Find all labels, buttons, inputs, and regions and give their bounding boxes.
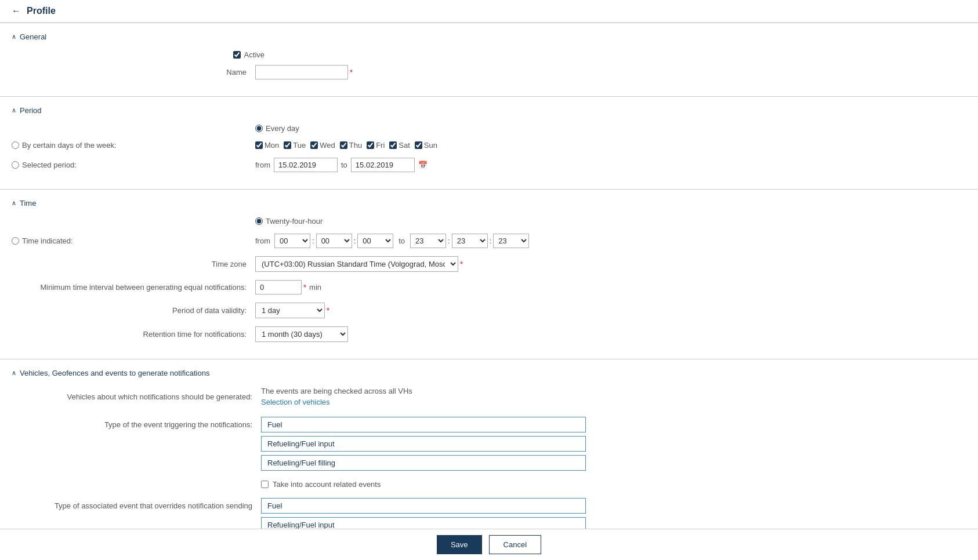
bottom-bar: Save Cancel xyxy=(0,529,978,560)
vhs-info: The events are being checked across all … xyxy=(261,387,412,406)
selected-period-radio[interactable] xyxy=(12,161,19,169)
data-validity-label: Period of data validity: xyxy=(12,306,255,315)
vehicles-about-label: Vehicles about which notifications shoul… xyxy=(12,392,261,401)
related-events-text: Take into account related events xyxy=(273,480,381,489)
period-section-header[interactable]: ∧ Period xyxy=(0,103,978,118)
vehicles-section-label: Vehicles, Geofences and events to genera… xyxy=(20,369,209,377)
save-button[interactable]: Save xyxy=(437,535,482,554)
by-certain-days-radio-label[interactable]: By certain days of the week: xyxy=(12,141,247,150)
time-chevron-icon: ∧ xyxy=(12,199,16,207)
vehicles-about-row: Vehicles about which notifications shoul… xyxy=(0,384,978,409)
day-sat[interactable]: Sat xyxy=(389,141,410,150)
active-checkbox[interactable] xyxy=(233,51,241,59)
time-indicated-radio-label[interactable]: Time indicated: xyxy=(12,237,247,245)
data-validity-select[interactable]: 1 day 2 days 3 days 7 days xyxy=(255,303,325,318)
associated-tag-fuel: Fuel xyxy=(261,498,586,514)
vehicles-section-header[interactable]: ∧ Vehicles, Geofences and events to gene… xyxy=(0,365,978,381)
time-section-header[interactable]: ∧ Time xyxy=(0,195,978,211)
active-row: Active xyxy=(0,48,978,62)
general-section-header[interactable]: ∧ General xyxy=(0,29,978,45)
period-section-content: Every day By certain days of the week: M… xyxy=(0,118,978,180)
time-section: ∧ Time Twenty-four-hour Time indicated: … xyxy=(0,189,978,359)
name-row: Name * xyxy=(0,62,978,82)
time-section-label: Time xyxy=(20,199,36,208)
time-section-content: Twenty-four-hour Time indicated: from 00… xyxy=(0,211,978,350)
related-events-row: Take into account related events xyxy=(0,477,978,492)
min-interval-row: Minimum time interval between generating… xyxy=(0,277,978,297)
event-tag-fuel-input: Refueling/Fuel input xyxy=(261,436,586,452)
selected-period-radio-label[interactable]: Selected period: xyxy=(12,161,247,169)
by-certain-days-row: By certain days of the week: Mon Tue Wed… xyxy=(0,138,978,152)
to-date-input[interactable] xyxy=(351,158,415,172)
from-hour-select[interactable]: 000106121823 xyxy=(274,234,310,248)
from-min-select[interactable]: 00153045 xyxy=(316,234,352,248)
event-tag-fuel: Fuel xyxy=(261,417,586,432)
to-min-select[interactable]: 2300153045 xyxy=(452,234,488,248)
calendar-icon[interactable]: 📅 xyxy=(418,161,428,169)
page-title: Profile xyxy=(27,6,56,16)
every-day-row: Every day xyxy=(0,121,978,136)
time-indicated-row: Time indicated: from 000106121823 : 0015… xyxy=(0,231,978,251)
data-validity-row: Period of data validity: 1 day 2 days 3 … xyxy=(0,300,978,321)
day-sun[interactable]: Sun xyxy=(415,141,437,150)
active-label[interactable]: Active xyxy=(233,50,265,59)
min-interval-label: Minimum time interval between generating… xyxy=(12,283,255,292)
selection-link[interactable]: Selection of vehicles xyxy=(261,398,330,406)
timezone-label: Time zone xyxy=(12,260,255,268)
retention-row: Retention time for notifications: 1 mont… xyxy=(0,323,978,345)
day-mon[interactable]: Mon xyxy=(255,141,279,150)
by-certain-days-radio[interactable] xyxy=(12,141,19,149)
event-type-row: Type of the event triggering the notific… xyxy=(0,414,978,474)
selected-period-row: Selected period: from to 📅 xyxy=(0,155,978,175)
time-from-group: from 000106121823 : 00153045 : 0030 to 2… xyxy=(255,234,529,248)
name-required-star: * xyxy=(350,68,353,77)
every-day-radio[interactable] xyxy=(255,125,263,132)
general-section-label: General xyxy=(20,32,46,41)
timezone-row: Time zone (UTC+03:00) Russian Standard T… xyxy=(0,253,978,275)
twenty-four-radio[interactable] xyxy=(255,217,263,225)
retention-label: Retention time for notifications: xyxy=(12,330,255,339)
event-type-label: Type of the event triggering the notific… xyxy=(12,417,261,429)
associated-event-label: Type of associated event that overrides … xyxy=(12,498,261,510)
timezone-required-star: * xyxy=(460,260,463,268)
period-section-label: Period xyxy=(20,106,42,115)
day-tue[interactable]: Tue xyxy=(284,141,306,150)
day-fri[interactable]: Fri xyxy=(367,141,385,150)
from-date-input[interactable] xyxy=(274,158,338,172)
time-indicated-radio[interactable] xyxy=(12,237,19,245)
related-events-label[interactable]: Take into account related events xyxy=(261,480,381,489)
name-input[interactable] xyxy=(255,65,348,79)
min-interval-required-star: * xyxy=(303,283,306,292)
page-header: ← Profile xyxy=(0,0,978,23)
vehicles-chevron-icon: ∧ xyxy=(12,369,16,377)
to-hour-select[interactable]: 2300061218 xyxy=(410,234,446,248)
every-day-radio-label[interactable]: Every day xyxy=(255,124,299,133)
general-section: ∧ General Active Name * xyxy=(0,23,978,96)
min-interval-input[interactable] xyxy=(255,280,302,294)
period-chevron-icon: ∧ xyxy=(12,107,16,114)
data-validity-required-star: * xyxy=(327,306,329,315)
day-thu[interactable]: Thu xyxy=(340,141,362,150)
vhs-note: The events are being checked across all … xyxy=(261,387,412,395)
days-checkboxes: Mon Tue Wed Thu Fri Sat Sun xyxy=(255,141,437,150)
twenty-four-row: Twenty-four-hour xyxy=(0,214,978,228)
event-tag-fuel-filling: Refueling/Fuel filling xyxy=(261,455,586,471)
cancel-button[interactable]: Cancel xyxy=(489,535,541,554)
event-tags-container: Fuel Refueling/Fuel input Refueling/Fuel… xyxy=(261,417,966,471)
general-section-content: Active Name * xyxy=(0,45,978,88)
period-date-row: from to 📅 xyxy=(255,158,428,172)
retention-select[interactable]: 1 month (30 days) 3 months 6 months 1 ye… xyxy=(255,326,348,342)
general-chevron-icon: ∧ xyxy=(12,33,16,41)
min-unit-label: min xyxy=(309,283,321,292)
twenty-four-radio-label[interactable]: Twenty-four-hour xyxy=(255,217,323,226)
to-sec-select[interactable]: 230030 xyxy=(493,234,529,248)
name-label: Name xyxy=(12,68,255,77)
period-section: ∧ Period Every day By certain days of th… xyxy=(0,96,978,189)
from-sec-select[interactable]: 0030 xyxy=(357,234,393,248)
day-wed[interactable]: Wed xyxy=(310,141,335,150)
timezone-select[interactable]: (UTC+03:00) Russian Standard Time (Volgo… xyxy=(255,256,458,272)
back-button[interactable]: ← xyxy=(12,6,21,16)
related-events-checkbox[interactable] xyxy=(261,481,269,488)
